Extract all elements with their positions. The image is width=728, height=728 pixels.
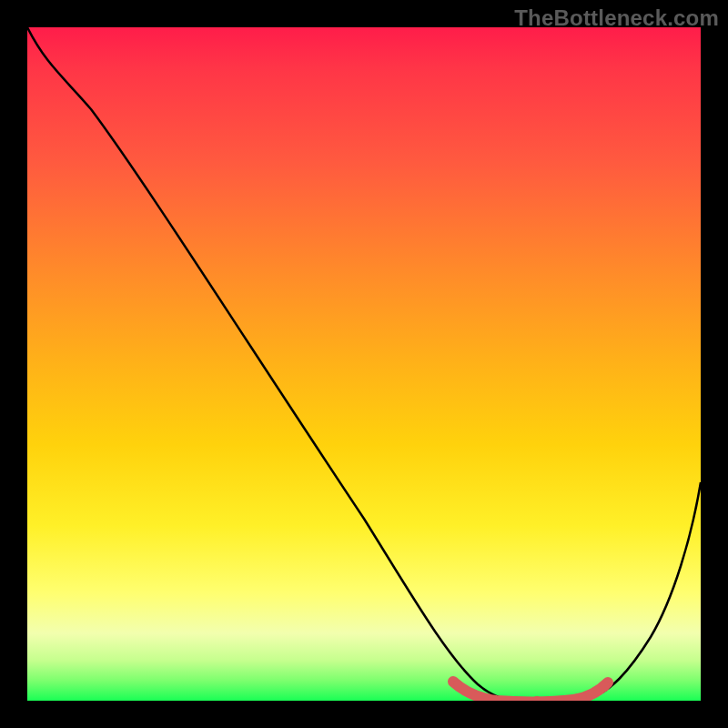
zone-dot [453,680,462,689]
plot-area [27,27,701,701]
zone-dot [599,681,610,692]
bottleneck-curve-path [27,27,701,701]
curve-overlay [27,27,701,701]
watermark-text: TheBottleneck.com [514,5,719,31]
chart-canvas: TheBottleneck.com [0,0,728,728]
